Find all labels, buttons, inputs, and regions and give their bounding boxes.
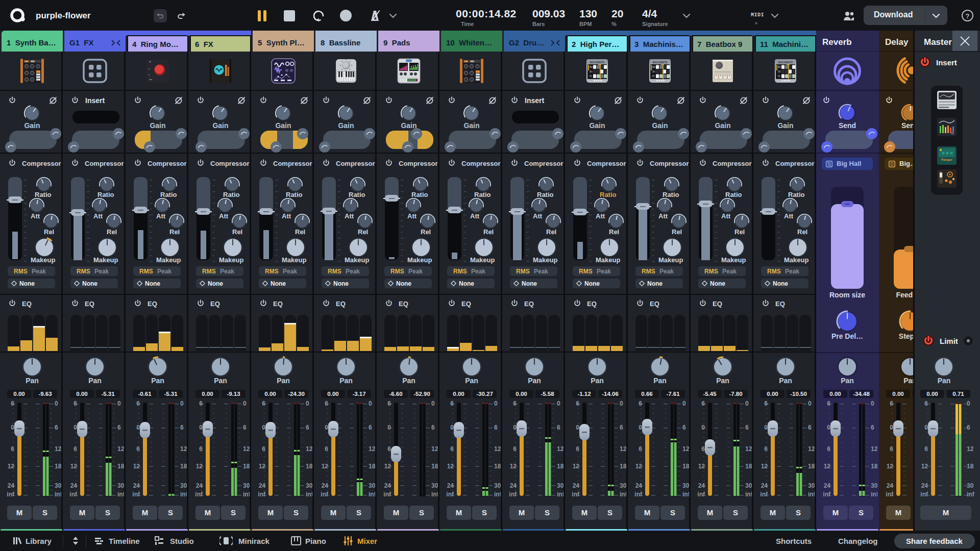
svg-text:30: 30 [967, 482, 974, 489]
svg-text:inf: inf [431, 491, 438, 498]
svg-text:inf: inf [620, 491, 626, 498]
svg-text:0: 0 [682, 400, 686, 407]
svg-text:12: 12 [557, 445, 564, 453]
svg-text:24: 24 [510, 482, 517, 489]
svg-text:6: 6 [557, 424, 560, 431]
svg-text:inf: inf [682, 491, 689, 498]
svg-text:12: 12 [808, 445, 815, 453]
svg-text:12: 12 [133, 463, 140, 470]
svg-text:18: 18 [369, 463, 375, 470]
svg-text:inf: inf [760, 491, 768, 498]
svg-text:inf: inf [321, 491, 329, 498]
svg-text:0: 0 [369, 400, 372, 407]
svg-text:30: 30 [620, 482, 626, 489]
svg-text:12: 12 [967, 445, 974, 453]
svg-text:12: 12 [871, 445, 877, 453]
svg-text:18: 18 [306, 463, 312, 470]
svg-text:30: 30 [808, 482, 815, 489]
svg-text:12: 12 [698, 463, 705, 470]
svg-text:18: 18 [808, 463, 815, 470]
svg-text:12: 12 [259, 463, 266, 470]
svg-text:0: 0 [808, 400, 812, 407]
svg-text:24: 24 [384, 482, 391, 489]
svg-text:6: 6 [262, 400, 265, 407]
svg-text:0: 0 [576, 424, 579, 431]
svg-text:0: 0 [513, 424, 517, 431]
svg-text:18: 18 [55, 463, 61, 470]
svg-text:12: 12 [494, 445, 501, 453]
svg-text:0: 0 [199, 424, 203, 431]
svg-text:24: 24 [921, 482, 928, 489]
svg-text:6: 6 [576, 400, 579, 407]
svg-text:6: 6 [325, 445, 328, 453]
svg-text:24: 24 [824, 482, 831, 489]
svg-text:6: 6 [199, 445, 203, 453]
svg-text:inf: inf [117, 491, 124, 498]
svg-text:6: 6 [701, 400, 705, 407]
svg-text:6: 6 [74, 400, 77, 407]
svg-text:inf: inf [557, 491, 564, 498]
svg-text:12: 12 [70, 463, 78, 470]
svg-text:12: 12 [431, 445, 438, 453]
svg-text:6: 6 [513, 445, 517, 453]
svg-text:Hi: Hi [590, 75, 592, 78]
svg-text:30: 30 [745, 482, 752, 489]
svg-text:0: 0 [639, 424, 642, 431]
svg-text:24: 24 [259, 482, 266, 489]
svg-text:6: 6 [450, 445, 454, 453]
svg-text:inf: inf [967, 491, 975, 498]
svg-text:24: 24 [573, 482, 580, 489]
svg-text:6: 6 [11, 445, 14, 453]
svg-text:0: 0 [11, 424, 14, 431]
svg-text:inf: inf [243, 491, 250, 498]
svg-text:inf: inf [258, 491, 266, 498]
svg-text:6: 6 [890, 400, 893, 407]
svg-text:12: 12 [196, 463, 203, 470]
svg-text:18: 18 [431, 463, 438, 470]
svg-text:30: 30 [369, 482, 375, 489]
svg-text:inf: inf [808, 491, 815, 498]
svg-text:?: ? [966, 12, 970, 20]
svg-text:6: 6 [827, 445, 830, 453]
svg-text:12: 12 [447, 463, 454, 470]
svg-text:12: 12 [635, 463, 643, 470]
svg-text:0: 0 [745, 400, 749, 407]
svg-text:0: 0 [74, 424, 77, 431]
svg-text:18: 18 [494, 463, 501, 470]
svg-text:6: 6 [620, 424, 623, 431]
svg-text:18: 18 [620, 463, 626, 470]
svg-text:Sn: Sn [778, 70, 781, 73]
svg-text:6: 6 [199, 400, 203, 407]
svg-text:inf: inf [195, 491, 203, 498]
svg-text:0: 0 [494, 400, 498, 407]
svg-text:24: 24 [698, 482, 705, 489]
svg-text:6: 6 [890, 445, 893, 453]
svg-text:12: 12 [384, 463, 391, 470]
svg-text:30: 30 [180, 482, 187, 489]
svg-text:0: 0 [764, 424, 768, 431]
svg-text:12: 12 [306, 445, 312, 453]
svg-text:12: 12 [55, 445, 61, 453]
svg-text:6: 6 [764, 445, 768, 453]
svg-text:12: 12 [243, 445, 250, 453]
svg-text:inf: inf [55, 491, 61, 498]
svg-text:0: 0 [262, 424, 265, 431]
svg-text:0: 0 [924, 424, 928, 431]
svg-text:12: 12 [620, 445, 626, 453]
svg-text:MACHINISTE: MACHINISTE [778, 61, 793, 64]
svg-text:0: 0 [306, 400, 309, 407]
svg-text:inf: inf [180, 491, 187, 498]
svg-text:30: 30 [494, 482, 501, 489]
svg-text:12: 12 [510, 463, 517, 470]
svg-text:0: 0 [871, 400, 874, 407]
svg-text:6: 6 [745, 424, 749, 431]
svg-text:0: 0 [890, 424, 893, 431]
svg-text:inf: inf [383, 491, 391, 498]
svg-text:inf: inf [886, 491, 894, 498]
svg-text:6: 6 [55, 424, 58, 431]
svg-text:MACHINISTE: MACHINISTE [653, 61, 668, 64]
svg-text:6: 6 [871, 424, 874, 431]
svg-text:0: 0 [701, 424, 705, 431]
svg-text:24: 24 [887, 482, 894, 489]
svg-text:18: 18 [682, 463, 689, 470]
